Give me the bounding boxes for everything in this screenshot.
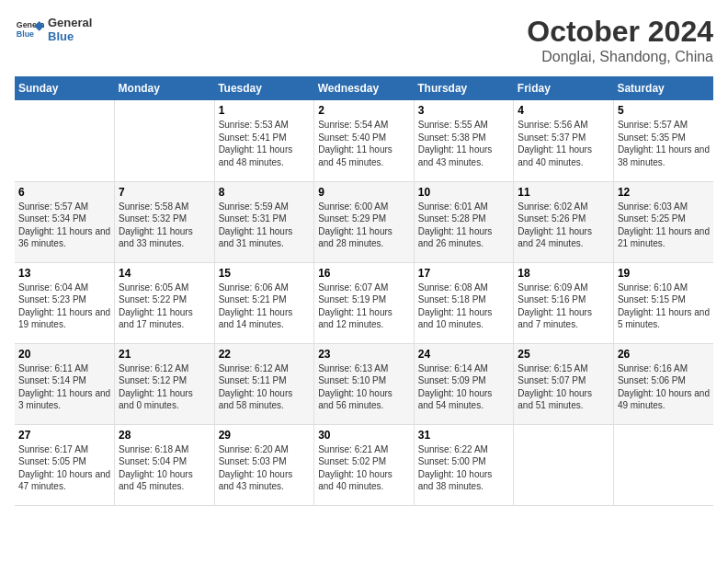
calendar-cell: 6Sunrise: 5:57 AM Sunset: 5:34 PM Daylig… — [15, 181, 115, 262]
calendar-cell: 9Sunrise: 6:00 AM Sunset: 5:29 PM Daylig… — [314, 181, 415, 262]
day-number: 25 — [518, 348, 609, 361]
col-wednesday: Wednesday — [314, 76, 415, 100]
calendar-subtitle: Donglai, Shandong, China — [527, 49, 713, 65]
logo-general: General — [48, 16, 92, 29]
calendar-cell: 11Sunrise: 6:02 AM Sunset: 5:26 PM Dayli… — [514, 181, 614, 262]
day-info: Sunrise: 6:18 AM Sunset: 5:04 PM Dayligh… — [119, 443, 210, 493]
logo-blue: Blue — [48, 29, 92, 43]
day-number: 4 — [518, 104, 609, 117]
day-info: Sunrise: 6:08 AM Sunset: 5:18 PM Dayligh… — [418, 282, 510, 331]
day-number: 23 — [318, 348, 410, 361]
page-header: General Blue General Blue October 2024 D… — [15, 15, 713, 65]
calendar-cell: 24Sunrise: 6:14 AM Sunset: 5:09 PM Dayli… — [414, 343, 514, 424]
day-info: Sunrise: 6:11 AM Sunset: 5:14 PM Dayligh… — [18, 362, 110, 412]
calendar-cell: 3Sunrise: 5:55 AM Sunset: 5:38 PM Daylig… — [414, 100, 514, 181]
day-number: 13 — [18, 267, 110, 280]
day-info: Sunrise: 5:57 AM Sunset: 5:34 PM Dayligh… — [18, 201, 110, 250]
calendar-cell — [115, 100, 215, 181]
col-thursday: Thursday — [414, 76, 514, 100]
calendar-cell: 18Sunrise: 6:09 AM Sunset: 5:16 PM Dayli… — [514, 262, 614, 343]
day-number: 7 — [119, 186, 210, 199]
calendar-cell: 10Sunrise: 6:01 AM Sunset: 5:28 PM Dayli… — [414, 181, 514, 262]
logo: General Blue General Blue — [15, 15, 92, 44]
day-info: Sunrise: 6:22 AM Sunset: 5:00 PM Dayligh… — [418, 443, 510, 493]
day-info: Sunrise: 5:58 AM Sunset: 5:32 PM Dayligh… — [119, 201, 210, 250]
calendar-table: Sunday Monday Tuesday Wednesday Thursday… — [15, 76, 713, 506]
day-number: 16 — [318, 267, 410, 280]
day-info: Sunrise: 5:59 AM Sunset: 5:31 PM Dayligh… — [219, 201, 311, 250]
day-number: 18 — [518, 267, 609, 280]
day-info: Sunrise: 6:02 AM Sunset: 5:26 PM Dayligh… — [518, 201, 609, 250]
day-number: 8 — [219, 186, 311, 199]
day-info: Sunrise: 6:01 AM Sunset: 5:28 PM Dayligh… — [418, 201, 510, 250]
day-info: Sunrise: 5:55 AM Sunset: 5:38 PM Dayligh… — [418, 119, 510, 168]
day-info: Sunrise: 6:13 AM Sunset: 5:10 PM Dayligh… — [318, 362, 410, 412]
day-number: 22 — [219, 348, 311, 361]
day-number: 6 — [18, 186, 110, 199]
calendar-cell: 2Sunrise: 5:54 AM Sunset: 5:40 PM Daylig… — [314, 100, 415, 181]
col-friday: Friday — [514, 76, 614, 100]
day-number: 1 — [219, 104, 311, 117]
calendar-week-row: 13Sunrise: 6:04 AM Sunset: 5:23 PM Dayli… — [15, 262, 713, 343]
col-saturday: Saturday — [613, 76, 713, 100]
day-info: Sunrise: 6:06 AM Sunset: 5:21 PM Dayligh… — [219, 282, 311, 331]
calendar-cell: 15Sunrise: 6:06 AM Sunset: 5:21 PM Dayli… — [214, 262, 314, 343]
day-info: Sunrise: 6:09 AM Sunset: 5:16 PM Dayligh… — [518, 282, 609, 331]
calendar-cell: 19Sunrise: 6:10 AM Sunset: 5:15 PM Dayli… — [613, 262, 713, 343]
day-info: Sunrise: 6:17 AM Sunset: 5:05 PM Dayligh… — [18, 443, 110, 493]
day-number: 31 — [418, 429, 510, 442]
calendar-cell: 12Sunrise: 6:03 AM Sunset: 5:25 PM Dayli… — [613, 181, 713, 262]
col-monday: Monday — [115, 76, 215, 100]
calendar-week-row: 20Sunrise: 6:11 AM Sunset: 5:14 PM Dayli… — [15, 343, 713, 424]
day-number: 12 — [618, 186, 710, 199]
calendar-main-title: October 2024 — [527, 15, 713, 49]
day-info: Sunrise: 5:56 AM Sunset: 5:37 PM Dayligh… — [518, 119, 609, 168]
calendar-cell — [514, 424, 614, 505]
day-info: Sunrise: 6:03 AM Sunset: 5:25 PM Dayligh… — [618, 201, 710, 250]
calendar-cell: 1Sunrise: 5:53 AM Sunset: 5:41 PM Daylig… — [214, 100, 314, 181]
logo-icon: General Blue — [15, 15, 44, 44]
col-tuesday: Tuesday — [214, 76, 314, 100]
calendar-week-row: 27Sunrise: 6:17 AM Sunset: 5:05 PM Dayli… — [15, 424, 713, 505]
day-number: 20 — [18, 348, 110, 361]
calendar-week-row: 6Sunrise: 5:57 AM Sunset: 5:34 PM Daylig… — [15, 181, 713, 262]
calendar-cell: 16Sunrise: 6:07 AM Sunset: 5:19 PM Dayli… — [314, 262, 415, 343]
day-number: 3 — [418, 104, 510, 117]
day-number: 26 — [618, 348, 710, 361]
day-info: Sunrise: 6:05 AM Sunset: 5:22 PM Dayligh… — [119, 282, 210, 331]
day-info: Sunrise: 5:53 AM Sunset: 5:41 PM Dayligh… — [219, 119, 311, 168]
calendar-cell: 5Sunrise: 5:57 AM Sunset: 5:35 PM Daylig… — [613, 100, 713, 181]
day-number: 30 — [318, 429, 410, 442]
calendar-week-row: 1Sunrise: 5:53 AM Sunset: 5:41 PM Daylig… — [15, 100, 713, 181]
day-info: Sunrise: 6:04 AM Sunset: 5:23 PM Dayligh… — [18, 282, 110, 331]
day-info: Sunrise: 5:57 AM Sunset: 5:35 PM Dayligh… — [618, 119, 710, 168]
day-info: Sunrise: 6:15 AM Sunset: 5:07 PM Dayligh… — [518, 362, 609, 412]
calendar-cell: 31Sunrise: 6:22 AM Sunset: 5:00 PM Dayli… — [414, 424, 514, 505]
calendar-cell — [613, 424, 713, 505]
day-number: 11 — [518, 186, 609, 199]
calendar-cell: 27Sunrise: 6:17 AM Sunset: 5:05 PM Dayli… — [15, 424, 115, 505]
day-info: Sunrise: 6:21 AM Sunset: 5:02 PM Dayligh… — [318, 443, 410, 493]
day-number: 27 — [18, 429, 110, 442]
calendar-cell: 14Sunrise: 6:05 AM Sunset: 5:22 PM Dayli… — [115, 262, 215, 343]
calendar-cell — [15, 100, 115, 181]
day-number: 2 — [318, 104, 410, 117]
day-info: Sunrise: 6:07 AM Sunset: 5:19 PM Dayligh… — [318, 282, 410, 331]
day-info: Sunrise: 6:20 AM Sunset: 5:03 PM Dayligh… — [219, 443, 311, 493]
col-sunday: Sunday — [15, 76, 115, 100]
day-info: Sunrise: 6:16 AM Sunset: 5:06 PM Dayligh… — [618, 362, 710, 412]
calendar-cell: 13Sunrise: 6:04 AM Sunset: 5:23 PM Dayli… — [15, 262, 115, 343]
day-number: 14 — [119, 267, 210, 280]
day-number: 10 — [418, 186, 510, 199]
day-info: Sunrise: 6:12 AM Sunset: 5:12 PM Dayligh… — [119, 362, 210, 412]
day-number: 29 — [219, 429, 311, 442]
day-number: 21 — [119, 348, 210, 361]
calendar-cell: 8Sunrise: 5:59 AM Sunset: 5:31 PM Daylig… — [214, 181, 314, 262]
svg-text:Blue: Blue — [17, 29, 34, 39]
day-info: Sunrise: 6:14 AM Sunset: 5:09 PM Dayligh… — [418, 362, 510, 412]
calendar-title-area: October 2024 Donglai, Shandong, China — [527, 15, 713, 65]
day-number: 19 — [618, 267, 710, 280]
calendar-cell: 21Sunrise: 6:12 AM Sunset: 5:12 PM Dayli… — [115, 343, 215, 424]
day-info: Sunrise: 6:00 AM Sunset: 5:29 PM Dayligh… — [318, 201, 410, 250]
day-info: Sunrise: 5:54 AM Sunset: 5:40 PM Dayligh… — [318, 119, 410, 168]
